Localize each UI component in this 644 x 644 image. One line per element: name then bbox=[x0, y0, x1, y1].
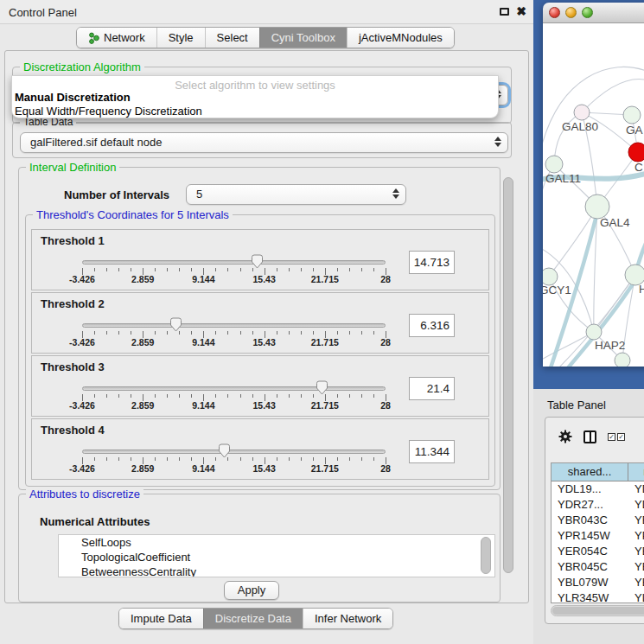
threshold-panel-3: Threshold 3-3.4262.8599.14415.4321.71528… bbox=[31, 355, 489, 417]
tab-label: Cyni Toolbox bbox=[271, 28, 335, 48]
cell-shared-name[interactable]: YLR345W bbox=[552, 590, 628, 603]
node-table[interactable]: shared... na YDL19...YDL1YDR27...YDR2YBR… bbox=[551, 462, 644, 603]
tab-cyni-toolbox[interactable]: Cyni Toolbox bbox=[259, 28, 347, 48]
cell-shared-name[interactable]: YPR145W bbox=[552, 528, 628, 544]
threshold-value-field[interactable]: 6.316 bbox=[409, 314, 455, 337]
tick-label: 21.715 bbox=[311, 274, 339, 284]
table-row[interactable]: YLR345WYLR3 bbox=[552, 590, 644, 603]
table-data-group: Table Data galFiltered.sif default node bbox=[12, 122, 512, 158]
interval-definition-title: Interval Definition bbox=[26, 161, 119, 174]
network-node[interactable] bbox=[615, 353, 630, 367]
close-traffic-light-icon[interactable] bbox=[549, 7, 560, 18]
table-row[interactable]: YER054CYER0 bbox=[552, 544, 644, 559]
cell-name[interactable]: YBL0 bbox=[628, 575, 644, 590]
table-row[interactable]: YBR043CYBR0 bbox=[552, 513, 644, 528]
attribute-item[interactable]: TopologicalCoefficient bbox=[70, 550, 494, 564]
slider-track[interactable] bbox=[82, 260, 386, 265]
network-node[interactable] bbox=[585, 194, 609, 219]
node-label: C bbox=[634, 161, 643, 174]
cell-name[interactable]: YBR0 bbox=[628, 513, 644, 528]
cell-shared-name[interactable]: YBR045C bbox=[552, 559, 628, 575]
popup-item-equal-width-frequency[interactable]: Equal Width/Frequency Discretization bbox=[15, 105, 202, 118]
network-node[interactable] bbox=[586, 324, 602, 340]
apply-button[interactable]: Apply bbox=[224, 581, 279, 600]
table-row[interactable]: YDL19...YDL1 bbox=[552, 481, 644, 497]
combo-arrows-icon bbox=[392, 188, 399, 199]
application-window: Control Panel ✖ NetworkStyleSelectCyni T… bbox=[0, 0, 644, 644]
cell-shared-name[interactable]: YER054C bbox=[552, 544, 628, 559]
tab-label: Select bbox=[217, 28, 248, 48]
slider-track[interactable] bbox=[82, 450, 386, 454]
cell-shared-name[interactable]: YDL19... bbox=[552, 481, 628, 497]
table-row[interactable]: YDR27...YDR2 bbox=[552, 497, 644, 513]
tab-style[interactable]: Style bbox=[156, 28, 205, 48]
cell-name[interactable]: YLR3 bbox=[628, 590, 644, 603]
tick-label: -3.426 bbox=[69, 463, 95, 474]
tick-label: 9.144 bbox=[192, 400, 214, 411]
cell-shared-name[interactable]: YBR043C bbox=[552, 513, 628, 528]
checkboxes-icon[interactable]: ✓✓ bbox=[608, 433, 625, 441]
network-node[interactable] bbox=[545, 156, 563, 173]
list-scrollbar[interactable] bbox=[481, 537, 491, 574]
tick-label: 9.144 bbox=[192, 463, 214, 474]
threshold-value-field[interactable]: 14.713 bbox=[409, 251, 455, 274]
threshold-value-field[interactable]: 11.344 bbox=[409, 440, 455, 463]
table-data-combo-value: galFiltered.sif default node bbox=[30, 136, 162, 149]
threshold-label: Threshold 3 bbox=[41, 360, 105, 373]
threshold-value-field[interactable]: 21.4 bbox=[409, 377, 455, 400]
cell-shared-name[interactable]: YDR27... bbox=[552, 497, 628, 513]
slider-track[interactable] bbox=[82, 386, 386, 391]
threshold-label: Threshold 1 bbox=[41, 234, 105, 247]
table-horizontal-scrollbar[interactable] bbox=[551, 605, 644, 616]
gear-icon[interactable] bbox=[558, 430, 572, 443]
slider-tick-labels: -3.4262.8599.14415.4321.71528 bbox=[82, 274, 386, 284]
tab-label: jActiveMNodules bbox=[359, 28, 443, 48]
close-icon[interactable]: ✖ bbox=[516, 6, 526, 16]
cell-name[interactable]: YDL1 bbox=[628, 481, 644, 497]
network-canvas[interactable]: GAL80GACGAL11GAL4GCY1HHAP2 bbox=[543, 23, 644, 367]
cyni-toolbox-panel: Discretization Algorithm Table Data galF… bbox=[4, 50, 529, 603]
network-node[interactable] bbox=[543, 268, 558, 285]
interval-definition-group: Interval Definition Number of Intervals … bbox=[18, 167, 501, 490]
column-header-name[interactable]: na bbox=[628, 463, 644, 481]
tab-jactivemnodules[interactable]: jActiveMNodules bbox=[347, 28, 454, 48]
table-row[interactable]: YBL079WYBL0 bbox=[552, 575, 644, 590]
attributes-group-title: Attributes to discretize bbox=[26, 488, 143, 501]
tab-select[interactable]: Select bbox=[205, 28, 259, 48]
table-row[interactable]: YBR045CYBR0 bbox=[552, 559, 644, 575]
tab-label: Discretize Data bbox=[215, 609, 291, 628]
tab-discretize-data[interactable]: Discretize Data bbox=[203, 609, 303, 628]
table-row[interactable]: YPR145WYPR1 bbox=[552, 528, 644, 544]
table-data-combobox[interactable]: galFiltered.sif default node bbox=[20, 132, 508, 153]
attribute-item[interactable]: SelfLoops bbox=[70, 535, 494, 550]
column-header-shared-name[interactable]: shared... bbox=[552, 463, 628, 481]
slider-handle-icon[interactable] bbox=[316, 380, 328, 395]
cell-shared-name[interactable]: YBL079W bbox=[552, 575, 628, 590]
float-window-icon[interactable] bbox=[500, 8, 509, 16]
network-node[interactable] bbox=[623, 106, 641, 124]
numerical-attributes-list[interactable]: SelfLoopsTopologicalCoefficientBetweenne… bbox=[58, 534, 495, 577]
slider-track[interactable] bbox=[82, 323, 386, 328]
number-of-intervals-combobox[interactable]: 5 bbox=[186, 184, 406, 205]
cell-name[interactable]: YER0 bbox=[628, 544, 644, 559]
tab-network[interactable]: Network bbox=[77, 28, 156, 48]
cell-name[interactable]: YPR1 bbox=[628, 528, 644, 544]
tab-infer-network[interactable]: Infer Network bbox=[303, 609, 392, 628]
panel-scrollbar[interactable] bbox=[503, 177, 513, 573]
popup-item-manual-discretization[interactable]: Manual Discretization bbox=[15, 91, 131, 104]
slider-handle-icon[interactable] bbox=[218, 443, 231, 458]
slider-handle-icon[interactable] bbox=[169, 317, 182, 332]
slider-handle-icon[interactable] bbox=[251, 254, 264, 269]
zoom-traffic-light-icon[interactable] bbox=[582, 7, 593, 18]
tab-impute-data[interactable]: Impute Data bbox=[119, 609, 203, 628]
network-node[interactable] bbox=[628, 143, 644, 162]
slider-tick-labels: -3.4262.8599.14415.4321.71528 bbox=[82, 337, 386, 348]
tick-label: 2.859 bbox=[131, 337, 154, 348]
cell-name[interactable]: YDR2 bbox=[628, 497, 644, 513]
network-node[interactable] bbox=[574, 105, 590, 120]
top-tab-bar: NetworkStyleSelectCyni ToolboxjActiveMNo… bbox=[76, 27, 455, 48]
attribute-item[interactable]: BetweennessCentrality bbox=[70, 564, 494, 577]
minimize-traffic-light-icon[interactable] bbox=[565, 7, 577, 18]
cell-name[interactable]: YBR0 bbox=[628, 559, 644, 575]
split-column-icon[interactable] bbox=[583, 430, 596, 443]
